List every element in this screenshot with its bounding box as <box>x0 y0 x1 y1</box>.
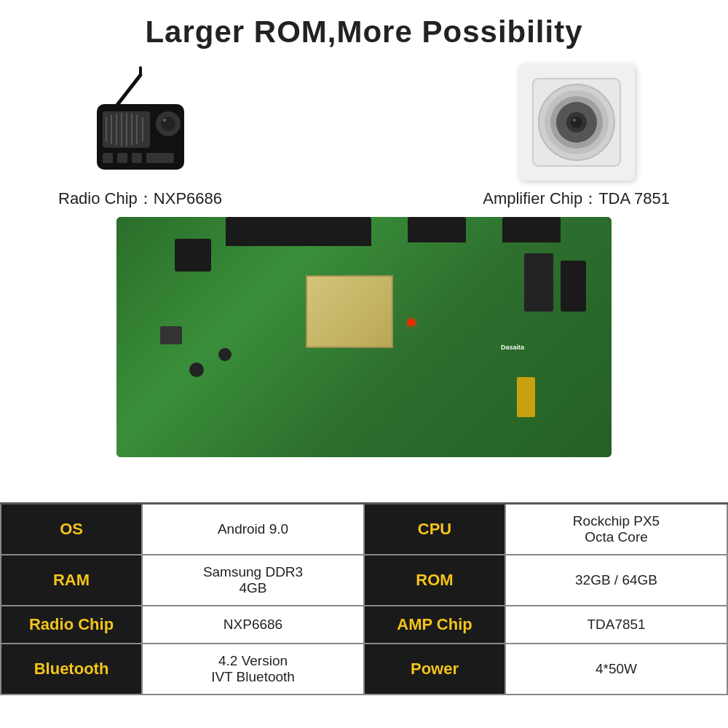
icons-row: Radio Chip：NXP6686 <box>15 57 713 217</box>
spec-value-right: Rockchip PX5 Octa Core <box>505 504 727 555</box>
svg-point-13 <box>161 116 175 131</box>
pcb-connector-1 <box>226 217 371 246</box>
amplifier-chip-label: Amplifier Chip：TDA 7851 <box>483 188 670 210</box>
specs-section: OSAndroid 9.0CPURockchip PX5 Octa CoreRA… <box>0 502 728 695</box>
spec-value-left: Android 9.0 <box>142 504 364 555</box>
pcb-component-2 <box>160 326 182 344</box>
spec-value-right: TDA7851 <box>505 606 727 644</box>
amplifier-chip-block: Amplifier Chip：TDA 7851 <box>483 64 670 210</box>
page-title: Larger ROM,More Possibility <box>15 7 713 57</box>
spec-label-right: Power <box>364 644 505 695</box>
pcb-board-image: Dasaita <box>116 217 612 457</box>
pcb-main-chip: Dasaita <box>306 275 393 348</box>
spec-row: OSAndroid 9.0CPURockchip PX5 Octa Core <box>1 504 727 555</box>
spec-row: RAMSamsung DDR3 4GBROM32GB / 64GB <box>1 555 727 606</box>
pcb-capacitor-1 <box>189 363 204 377</box>
spec-value-left: Samsung DDR3 4GB <box>142 555 364 606</box>
spec-label-left: Radio Chip <box>1 606 142 644</box>
svg-rect-16 <box>117 153 127 163</box>
pcb-brand-label: Dasaita <box>501 344 524 351</box>
top-section: Larger ROM,More Possibility <box>0 0 728 502</box>
pcb-capacitor-2 <box>218 348 232 361</box>
svg-rect-18 <box>146 153 174 163</box>
pcb-component-1 <box>175 239 211 272</box>
pcb-connector-2 <box>408 217 466 242</box>
specs-table: OSAndroid 9.0CPURockchip PX5 Octa CoreRA… <box>0 502 728 695</box>
spec-value-left: NXP6686 <box>142 606 364 644</box>
spec-label-right: ROM <box>364 555 505 606</box>
svg-rect-17 <box>132 153 142 163</box>
pcb-connector-3 <box>502 217 561 242</box>
radio-chip-block: Radio Chip：NXP6686 <box>58 64 222 210</box>
spec-row: Bluetooth4.2 Version IVT BluetoothPower4… <box>1 644 727 695</box>
svg-line-0 <box>115 75 141 108</box>
svg-point-25 <box>571 116 582 128</box>
spec-label-right: CPU <box>364 504 505 555</box>
pcb-led <box>408 319 415 326</box>
svg-rect-15 <box>103 153 113 163</box>
spec-label-left: Bluetooth <box>1 644 142 695</box>
svg-point-26 <box>573 119 576 122</box>
spec-value-left: 4.2 Version IVT Bluetooth <box>142 644 364 695</box>
spec-value-right: 4*50W <box>505 644 727 695</box>
spec-value-right: 32GB / 64GB <box>505 555 727 606</box>
pcb-inductor <box>561 261 586 312</box>
svg-point-14 <box>163 119 166 122</box>
spec-label-left: RAM <box>1 555 142 606</box>
spec-label-right: AMP Chip <box>364 606 505 644</box>
speaker-icon <box>518 64 635 181</box>
pcb-capacitor-big <box>524 253 553 312</box>
radio-chip-label: Radio Chip：NXP6686 <box>58 188 222 210</box>
spec-label-left: OS <box>1 504 142 555</box>
spec-row: Radio ChipNXP6686AMP ChipTDA7851 <box>1 606 727 644</box>
pcb-component-3 <box>517 377 535 417</box>
radio-icon <box>82 64 199 181</box>
